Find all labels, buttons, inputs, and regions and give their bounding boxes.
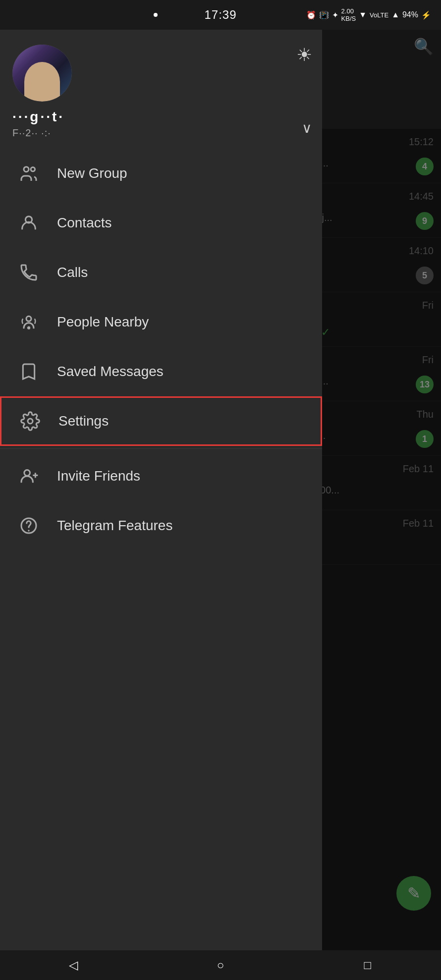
new-group-label: New Group: [57, 165, 127, 181]
drawer-header: ☀ ···g··t· F··2·· ·:· ∨: [0, 30, 322, 149]
battery-charge-icon: ⚡: [421, 10, 431, 20]
recents-button[interactable]: □: [348, 953, 387, 978]
avatar-image: [12, 45, 72, 102]
person-icon: [19, 213, 39, 233]
username-handle: F··2·· ·:·: [12, 127, 310, 139]
menu-item-people-nearby[interactable]: People Nearby: [0, 297, 322, 347]
drawer-header-icons: ☀: [296, 45, 312, 65]
calls-icon: [15, 259, 42, 286]
volte-icon: VoLTE: [370, 11, 388, 19]
nearby-icon: [19, 312, 39, 332]
new-group-icon: [15, 160, 42, 187]
home-button[interactable]: ○: [201, 953, 240, 978]
wifi-icon: ▼: [359, 10, 367, 19]
telegram-features-icon: [15, 512, 42, 540]
person-add-icon: [19, 466, 39, 486]
invite-friends-label: Invite Friends: [57, 468, 140, 484]
telegram-features-label: Telegram Features: [57, 518, 172, 534]
menu-item-invite-friends[interactable]: Invite Friends: [0, 451, 322, 501]
bookmark-icon: [19, 362, 39, 381]
help-circle-icon: [19, 516, 39, 536]
settings-icon: [16, 408, 44, 435]
contacts-label: Contacts: [57, 215, 112, 231]
phone-icon: [19, 263, 39, 282]
svg-point-6: [24, 470, 30, 476]
main-content: 🔍 iends 15:12 o... 4 14:45 Cj... 9 14:10…: [0, 30, 441, 950]
menu-item-settings[interactable]: Settings: [0, 396, 322, 446]
home-icon: ○: [217, 958, 224, 972]
svg-point-1: [31, 167, 35, 171]
svg-point-5: [28, 419, 33, 424]
username-handle-text: F··2·· ·:·: [12, 127, 51, 138]
data-speed: 2.00KB/S: [341, 7, 356, 22]
invite-friends-icon: [15, 463, 42, 490]
bluetooth-icon: ✦: [332, 10, 338, 20]
battery-label: 94%: [402, 10, 418, 19]
calls-label: Calls: [57, 265, 88, 280]
svg-point-10: [28, 530, 29, 531]
status-dot: [154, 13, 158, 17]
back-button[interactable]: ◁: [54, 953, 93, 978]
status-bar: 17:39 ⏰ 📳 ✦ 2.00KB/S ▼ VoLTE ▲ 94% ⚡: [0, 0, 441, 30]
drawer-menu: New Group Contacts Ca: [0, 149, 322, 950]
menu-item-contacts[interactable]: Contacts: [0, 198, 322, 248]
username-text: ···g··t·: [12, 109, 64, 124]
people-nearby-icon: [15, 309, 42, 336]
menu-item-calls[interactable]: Calls: [0, 248, 322, 297]
back-icon: ◁: [69, 958, 78, 972]
saved-messages-icon: [15, 358, 42, 385]
people-nearby-label: People Nearby: [57, 314, 149, 330]
vibrate-icon: 📳: [319, 10, 329, 20]
menu-item-new-group[interactable]: New Group: [0, 149, 322, 198]
menu-item-telegram-features[interactable]: Telegram Features: [0, 501, 322, 550]
svg-point-0: [24, 167, 29, 172]
saved-messages-label: Saved Messages: [57, 364, 164, 380]
alarm-icon: ⏰: [306, 10, 316, 20]
svg-point-3: [26, 316, 31, 321]
status-icons: ⏰ 📳 ✦ 2.00KB/S ▼ VoLTE ▲ 94% ⚡: [306, 7, 431, 22]
people-icon: [19, 163, 39, 183]
brightness-icon[interactable]: ☀: [296, 45, 312, 65]
gear-icon: [20, 411, 40, 431]
signal-icon: ▲: [391, 10, 399, 19]
recents-icon: □: [364, 958, 371, 972]
drawer: ☀ ···g··t· F··2·· ·:· ∨: [0, 30, 322, 950]
avatar[interactable]: [12, 45, 72, 102]
avatar-face: [24, 62, 60, 102]
bottom-nav: ◁ ○ □: [0, 950, 441, 980]
menu-divider: [0, 448, 322, 449]
settings-label: Settings: [58, 413, 109, 429]
contacts-icon: [15, 210, 42, 237]
username-display: ···g··t·: [12, 109, 310, 125]
menu-item-saved-messages[interactable]: Saved Messages: [0, 347, 322, 396]
chevron-down-icon[interactable]: ∨: [302, 120, 312, 136]
status-time: 17:39: [204, 8, 236, 22]
svg-point-4: [28, 327, 29, 328]
